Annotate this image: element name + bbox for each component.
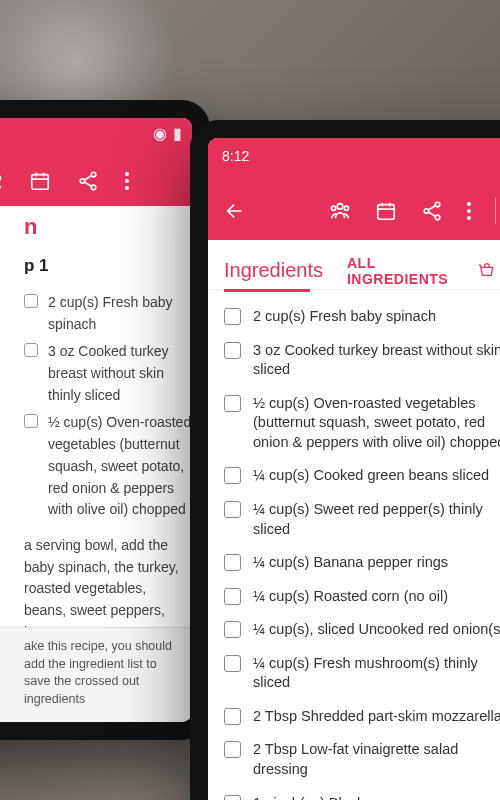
list-item[interactable]: 2 Tbsp Shredded part-skim mozzarella <box>224 700 500 734</box>
svg-point-9 <box>344 206 348 210</box>
share-icon[interactable] <box>77 170 99 192</box>
people-icon[interactable] <box>329 200 351 222</box>
checkbox-icon[interactable] <box>24 294 38 308</box>
list-item[interactable]: ¼ cup(s) Sweet red pepper(s) thinly slic… <box>224 493 500 546</box>
list-item[interactable]: 2 Tbsp Low-fat vinaigrette salad dressin… <box>224 733 500 786</box>
ingredient-text: 3 oz Cooked turkey breast without skin s… <box>253 341 500 380</box>
list-item[interactable]: 2 cup(s) Fresh baby spinach <box>224 300 500 334</box>
tab-all-ingredients[interactable]: ALL INGREDIENTS <box>347 255 454 287</box>
back-ingredient-text: 3 oz Cooked turkey breast without skin t… <box>48 341 192 406</box>
overflow-menu-icon[interactable] <box>125 172 129 190</box>
back-footer-hint: ake this recipe, you should add the ingr… <box>0 627 192 722</box>
ingredient-text: ½ cup(s) Oven-roasted vegetables (butter… <box>253 394 500 453</box>
back-screen: ◉ ▮ n p 1 2 cup(s) Fresh baby spinach 3 … <box>0 118 192 722</box>
checkbox-icon[interactable] <box>24 343 38 357</box>
list-item[interactable]: ½ cup(s) Oven-roasted vegetables (butter… <box>224 387 500 460</box>
tab-ingredients[interactable]: Ingredients <box>224 259 323 282</box>
back-step-heading: p 1 <box>0 246 192 286</box>
back-ingredient-line: 2 cup(s) Fresh baby spinach <box>24 292 192 335</box>
ingredient-text: ¼ cup(s) Cooked green beans sliced <box>253 466 500 486</box>
svg-rect-3 <box>32 175 49 190</box>
calendar-icon[interactable] <box>375 200 397 222</box>
list-item[interactable]: ¼ cup(s) Fresh mushroom(s) thinly sliced <box>224 647 500 700</box>
list-item[interactable]: ¼ cup(s), sliced Uncooked red onion(s) <box>224 613 500 647</box>
ingredient-text: ¼ cup(s) Banana pepper rings <box>253 553 500 573</box>
people-icon[interactable] <box>0 170 3 192</box>
back-appbar: ◉ ▮ <box>0 118 192 206</box>
checkbox-icon[interactable] <box>224 741 241 758</box>
ingredient-text: ¼ cup(s) Roasted corn (no oil) <box>253 587 500 607</box>
svg-point-2 <box>0 176 1 180</box>
ingredient-text: ¼ cup(s) Fresh mushroom(s) thinly sliced <box>253 654 500 693</box>
share-icon[interactable] <box>421 200 443 222</box>
list-item[interactable]: ¼ cup(s) Banana pepper rings <box>224 546 500 580</box>
divider <box>495 198 496 224</box>
checkbox-icon[interactable] <box>224 708 241 725</box>
back-ingredient-line: ½ cup(s) Oven-roasted vegetables (butter… <box>24 412 192 520</box>
ingredient-text: 2 Tbsp Shredded part-skim mozzarella <box>253 707 500 727</box>
back-instructions-paragraph: a serving bowl, add the baby spinach, th… <box>24 535 192 627</box>
svg-point-7 <box>337 204 343 210</box>
foreground-tablet: 8:12 Ingredients ALL INGREDIENTS 2 cup(s… <box>190 120 500 800</box>
back-section-title: n <box>0 206 192 246</box>
back-ingredient-text: ½ cup(s) Oven-roasted vegetables (butter… <box>48 412 192 520</box>
checkbox-icon[interactable] <box>224 655 241 672</box>
checkbox-icon[interactable] <box>224 467 241 484</box>
checkbox-icon[interactable] <box>224 342 241 359</box>
ingredient-text: ¼ cup(s), sliced Uncooked red onion(s) <box>253 620 500 640</box>
ingredient-text: 2 cup(s) Fresh baby spinach <box>253 307 500 327</box>
back-content: 2 cup(s) Fresh baby spinach 3 oz Cooked … <box>0 286 192 627</box>
checkbox-icon[interactable] <box>24 414 38 428</box>
list-item[interactable]: ¼ cup(s) Cooked green beans sliced <box>224 459 500 493</box>
tabs-row: Ingredients ALL INGREDIENTS <box>208 240 500 290</box>
back-ingredient-line: 3 oz Cooked turkey breast without skin t… <box>24 341 192 406</box>
wifi-icon: ◉ <box>153 124 167 143</box>
cart-icon[interactable] <box>478 260 496 282</box>
list-item[interactable]: ¼ cup(s) Roasted corn (no oil) <box>224 580 500 614</box>
overflow-menu-icon[interactable] <box>467 202 471 220</box>
checkbox-icon[interactable] <box>224 795 241 800</box>
svg-point-8 <box>331 206 335 210</box>
background-tablet: ◉ ▮ n p 1 2 cup(s) Fresh baby spinach 3 … <box>0 100 210 740</box>
ingredient-text: ¼ cup(s) Sweet red pepper(s) thinly slic… <box>253 500 500 539</box>
ingredient-list: 2 cup(s) Fresh baby spinach 3 oz Cooked … <box>208 292 500 800</box>
checkbox-icon[interactable] <box>224 621 241 638</box>
back-arrow-icon[interactable] <box>224 200 246 222</box>
list-item[interactable]: 3 oz Cooked turkey breast without skin s… <box>224 334 500 387</box>
calendar-icon[interactable] <box>29 170 51 192</box>
checkbox-icon[interactable] <box>224 588 241 605</box>
checkbox-icon[interactable] <box>224 308 241 325</box>
ingredient-text: 2 Tbsp Low-fat vinaigrette salad dressin… <box>253 740 500 779</box>
back-ingredient-text: 2 cup(s) Fresh baby spinach <box>48 292 192 335</box>
back-status-icons: ◉ ▮ <box>153 124 182 143</box>
list-item[interactable]: 1 pinch(es) Black pepper <box>224 787 500 800</box>
signal-icon: ▮ <box>173 124 182 143</box>
front-appbar: 8:12 <box>208 138 500 240</box>
ingredient-text: 1 pinch(es) Black pepper <box>253 794 500 800</box>
svg-rect-10 <box>378 205 395 220</box>
status-time: 8:12 <box>222 148 249 164</box>
checkbox-icon[interactable] <box>224 554 241 571</box>
checkbox-icon[interactable] <box>224 501 241 518</box>
front-screen: 8:12 Ingredients ALL INGREDIENTS 2 cup(s… <box>208 138 500 800</box>
checkbox-icon[interactable] <box>224 395 241 412</box>
